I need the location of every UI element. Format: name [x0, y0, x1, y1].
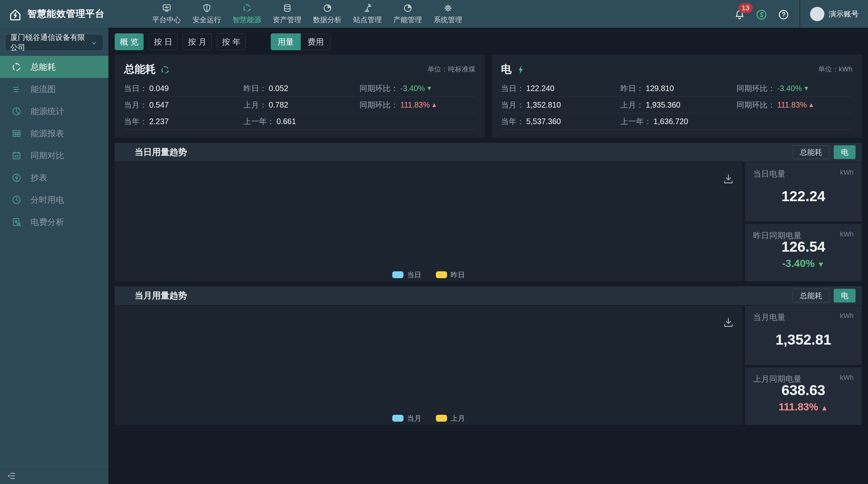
section-header: 0246810kWh00:0006:0012:0018:00当日用量趋势总能耗电: [115, 143, 862, 162]
calendar-icon: [11, 150, 22, 161]
sidebar-item-label: 分时用电: [31, 194, 64, 205]
house-bolt-icon: [8, 8, 23, 22]
section-daily-trend: 0246810kWh00:0006:0012:0018:00当日用量趋势总能耗电…: [115, 143, 862, 281]
stat-unit: kWh: [840, 168, 854, 176]
period-tabs: 概 览按 日按 月按 年: [115, 33, 251, 50]
sidebar: 厦门锐谷通信设备有限公司 总能耗能流图能源统计能源报表同期对比抄表分时用电电费分…: [0, 28, 108, 484]
page: 智慧能效管理平台 平台中心安全运行智慧能源资产管理数据分析站点管理产能管理系统管…: [0, 0, 868, 484]
period-tab-overview[interactable]: 概 览: [115, 33, 144, 50]
trend-up-icon: ▲: [808, 101, 814, 109]
nav-item-label: 站点管理: [353, 15, 382, 25]
summary-row: 当月：1,352.810上月：1,935.360同期环比：111.83%▲: [501, 97, 852, 113]
nav-item-site-management[interactable]: 站点管理: [347, 0, 388, 28]
period-tab-by-day[interactable]: 按 日: [149, 33, 178, 50]
filter-bar: 概 览按 日按 月按 年 用量费用: [115, 33, 862, 50]
stat-unit: kWh: [840, 312, 854, 320]
nav-item-capacity-management[interactable]: 产能管理: [388, 0, 428, 28]
sidebar-footer: [0, 466, 108, 484]
summary-cell: 当年：5,537.360: [501, 116, 621, 126]
summary-cell: 当年：2.237: [124, 116, 244, 126]
summary-cell: 同期环比：111.83%▲: [737, 100, 852, 110]
card-unit-label: 单位：吨标准煤: [428, 64, 475, 74]
sidebar-menu: 总能耗能流图能源统计能源报表同期对比抄表分时用电电费分析: [0, 56, 108, 233]
legend-swatch: [436, 271, 447, 278]
summary-cell: 上一年：1,636.720: [621, 116, 737, 126]
trend-down-icon: ▼: [426, 85, 432, 92]
section-monthly-trend: 0306090120150kWh1日5日9日13日17日21日25日当月用量趋势…: [115, 286, 862, 425]
monthly-trend-toggle-total-energy[interactable]: 总能耗: [793, 289, 829, 303]
sidebar-item-period-compare[interactable]: 同期对比: [0, 144, 108, 167]
nav-item-data-analysis[interactable]: 数据分析: [307, 0, 347, 28]
sidebar-item-label: 电费分析: [31, 217, 64, 228]
chevron-down-icon: [90, 39, 98, 47]
pie-chart-icon: [403, 3, 413, 13]
nav-item-smart-energy[interactable]: 智慧能源: [227, 0, 267, 28]
sidebar-item-label: 同期对比: [31, 150, 64, 161]
daily-trend-download-button[interactable]: [722, 172, 734, 185]
pie-chart-icon: [322, 3, 333, 13]
sidebar-item-tou-electricity[interactable]: 分时用电: [0, 189, 108, 211]
monthly-trend-legend: 当月上月: [115, 411, 742, 425]
stat-unit: kWh: [840, 374, 854, 382]
nav-item-label: 资产管理: [273, 15, 302, 25]
app-logo-icon: [8, 6, 23, 23]
sidebar-item-meter-reading[interactable]: 抄表: [0, 167, 108, 189]
metric-tab-usage[interactable]: 用量: [271, 33, 301, 50]
stat-label: 当月电量: [753, 312, 785, 323]
summary-row: 当日：0.049昨日：0.052同期环比：-3.40%▼: [124, 80, 475, 97]
nav-item-label: 安全运行: [192, 15, 221, 25]
connection-status-icon[interactable]: [755, 7, 768, 21]
flow-icon: [11, 84, 22, 94]
app-header: 智慧能效管理平台 平台中心安全运行智慧能源资产管理数据分析站点管理产能管理系统管…: [0, 0, 868, 28]
database-icon: [282, 3, 292, 13]
summary-cell: 当日：122.240: [501, 83, 621, 93]
monthly-trend-download-button[interactable]: [722, 315, 734, 329]
brand: 智慧能效管理平台: [0, 6, 147, 23]
nav-item-safe-operation[interactable]: 安全运行: [187, 0, 227, 28]
legend-swatch: [392, 415, 403, 422]
collapse-sidebar-button[interactable]: [7, 469, 16, 480]
daily-trend-toggle-total-energy[interactable]: 总能耗: [793, 145, 829, 159]
period-tab-by-month[interactable]: 按 月: [183, 33, 212, 50]
monthly-trend-toggle-electricity[interactable]: 电: [834, 289, 856, 303]
notifications-button[interactable]: 13: [734, 7, 745, 21]
nav-item-label: 系统管理: [434, 15, 462, 25]
report-table-icon: [11, 128, 22, 139]
header-nav: 平台中心安全运行智慧能源资产管理数据分析站点管理产能管理系统管理: [147, 0, 468, 28]
sidebar-item-energy-report[interactable]: 能源报表: [0, 122, 108, 144]
company-selector[interactable]: 厦门锐谷通信设备有限公司: [5, 34, 103, 51]
metric-tab-cost[interactable]: 费用: [301, 33, 331, 50]
sidebar-item-energy-flow[interactable]: 能流图: [0, 78, 108, 100]
legend-item-today[interactable]: 当日: [392, 270, 422, 280]
summary-row: 当月：0.547上月：0.782同期环比：111.83%▲: [124, 97, 475, 113]
sidebar-item-energy-stats[interactable]: 能源统计: [0, 100, 108, 122]
summary-card-electricity: 电单位：kWh当日：122.240昨日：129.810同期环比：-3.40%▼当…: [492, 55, 862, 138]
help-button[interactable]: [778, 7, 789, 21]
sidebar-item-label: 能流图: [31, 84, 56, 95]
clock-icon: [11, 195, 22, 205]
nav-item-system-management[interactable]: 系统管理: [428, 0, 468, 28]
period-tab-by-year[interactable]: 按 年: [217, 33, 246, 50]
nav-item-asset-management[interactable]: 资产管理: [267, 0, 307, 28]
stat-value: 126.54: [745, 238, 862, 255]
app-title: 智慧能效管理平台: [27, 7, 105, 20]
legend-swatch: [392, 271, 403, 278]
meter-icon: [11, 172, 22, 183]
legend-item-this-month[interactable]: 当月: [392, 414, 422, 423]
nav-item-platform-center[interactable]: 平台中心: [147, 0, 187, 28]
legend-item-yesterday[interactable]: 昨日: [436, 270, 465, 280]
user-name: 演示账号: [829, 9, 859, 19]
summary-cell: 当日：0.049: [124, 83, 244, 93]
card-unit-label: 单位：kWh: [818, 64, 852, 74]
sections: 0246810kWh00:0006:0012:0018:00当日用量趋势总能耗电…: [115, 143, 862, 425]
sidebar-item-electricity-fee-analysis[interactable]: 电费分析: [0, 211, 108, 233]
user-menu[interactable]: 演示账号: [810, 7, 859, 21]
sidebar-item-label: 能源报表: [31, 128, 64, 139]
sidebar-item-total-energy[interactable]: 总能耗: [0, 56, 108, 78]
daily-trend-toggle-electricity[interactable]: 电: [834, 145, 856, 159]
lightning-icon: [516, 65, 526, 75]
monthly-trend-chart: 当月上月: [115, 306, 742, 425]
recycle-icon: [11, 62, 22, 73]
summary-cell: 同期环比：-3.40%▼: [737, 83, 852, 93]
legend-item-last-month[interactable]: 上月: [436, 414, 465, 423]
